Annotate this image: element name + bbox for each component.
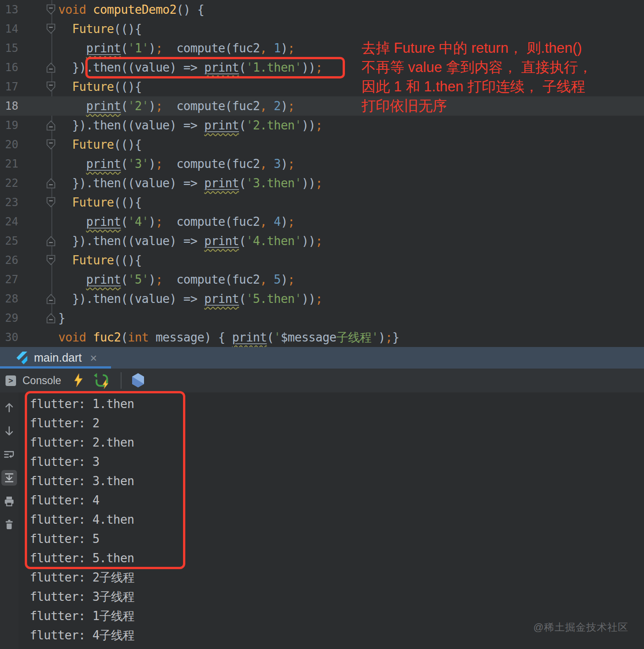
fold-gutter: [18, 96, 58, 116]
tab-console[interactable]: > Console: [6, 375, 61, 387]
tab-label: main.dart: [34, 351, 82, 364]
fold-marker-icon[interactable]: [18, 251, 58, 270]
print-icon[interactable]: [1, 493, 17, 509]
console-line: flutter: 2子线程: [30, 568, 134, 587]
fold-marker-icon[interactable]: [18, 116, 58, 135]
code-line[interactable]: 27 print('5'); compute(fuc2, 5);: [0, 270, 644, 289]
console-line: flutter: 2: [30, 414, 134, 433]
toolbar-divider: [121, 372, 122, 389]
console-icon: >: [6, 375, 16, 386]
fold-marker-icon[interactable]: [18, 135, 58, 154]
close-icon[interactable]: ×: [90, 352, 97, 364]
line-number: 14: [0, 22, 18, 35]
console-tab-label: Console: [22, 375, 61, 387]
line-number: 28: [0, 292, 18, 305]
fold-gutter: [18, 328, 58, 347]
line-number: 15: [0, 42, 18, 55]
run-toolbar: > Console: [0, 369, 644, 392]
editor-code: 13void computeDemo2() {14 Future((){15 p…: [0, 0, 644, 347]
fold-marker-icon[interactable]: [18, 19, 58, 39]
line-number: 21: [0, 157, 18, 170]
line-number: 25: [0, 235, 18, 247]
code-line[interactable]: 24 print('4'); compute(fuc2, 4);: [0, 212, 644, 231]
devtools-icon[interactable]: [131, 373, 145, 388]
ide-window: 13void computeDemo2() {14 Future((){15 p…: [0, 0, 644, 649]
fold-gutter: [18, 154, 58, 173]
code-text: print('2'); compute(fuc2, 2);: [58, 96, 294, 116]
fold-marker-icon[interactable]: [18, 308, 58, 328]
code-line[interactable]: 16 }).then((value) => print('1.then'));: [0, 58, 644, 77]
code-line[interactable]: 14 Future((){: [0, 19, 644, 39]
console-line: flutter: 4子线程: [30, 626, 134, 645]
fold-marker-icon[interactable]: [18, 77, 58, 96]
hot-reload-icon[interactable]: [73, 373, 84, 388]
fold-marker-icon[interactable]: [18, 231, 58, 251]
line-number: 20: [0, 138, 18, 151]
console-line: flutter: 1.then: [30, 394, 134, 414]
console-line: flutter: 4.then: [30, 510, 134, 529]
line-number: 13: [0, 3, 18, 16]
code-line[interactable]: 19 }).then((value) => print('2.then'));: [0, 116, 644, 135]
scroll-to-end-icon[interactable]: [1, 470, 17, 486]
line-number: 29: [0, 312, 18, 324]
soft-wrap-icon[interactable]: [1, 447, 17, 462]
console-line: flutter: 3.then: [30, 471, 134, 491]
line-number: 18: [0, 100, 18, 112]
line-number: 16: [0, 61, 18, 74]
hot-restart-icon[interactable]: [93, 372, 111, 389]
console-line: flutter: 1子线程: [30, 606, 134, 626]
console-line: flutter: 5: [30, 529, 134, 548]
code-text: void computeDemo2() {: [58, 0, 204, 19]
fold-marker-icon[interactable]: [18, 173, 58, 193]
editor-tab-bar: main.dart ×: [0, 347, 644, 369]
code-line[interactable]: 21 print('3'); compute(fuc2, 3);: [0, 154, 644, 173]
code-text: }).then((value) => print('4.then'));: [58, 231, 322, 251]
console-output: flutter: 1.thenflutter: 2flutter: 2.then…: [18, 392, 134, 649]
code-line[interactable]: 26 Future((){: [0, 251, 644, 270]
code-line[interactable]: 25 }).then((value) => print('4.then'));: [0, 231, 644, 251]
code-text: Future((){: [58, 251, 142, 270]
fold-marker-icon[interactable]: [18, 289, 58, 308]
console-toolbar-rail: [0, 392, 18, 649]
scroll-up-icon[interactable]: [1, 400, 17, 415]
code-text: }).then((value) => print('2.then'));: [58, 116, 322, 135]
fold-marker-icon[interactable]: [18, 58, 58, 77]
code-editor[interactable]: 13void computeDemo2() {14 Future((){15 p…: [0, 0, 644, 347]
console-line: flutter: 5.then: [30, 548, 134, 568]
fold-gutter: [18, 39, 58, 58]
code-text: }).then((value) => print('3.then'));: [58, 173, 322, 193]
line-number: 26: [0, 254, 18, 267]
code-line[interactable]: 30void fuc2(int message) { print('$messa…: [0, 328, 644, 347]
code-line[interactable]: 18 print('2'); compute(fuc2, 2);: [0, 96, 644, 116]
code-text: Future((){: [58, 135, 142, 154]
code-text: Future((){: [58, 193, 142, 212]
line-number: 17: [0, 80, 18, 93]
code-line[interactable]: 23 Future((){: [0, 193, 644, 212]
code-text: Future((){: [58, 77, 142, 96]
code-line[interactable]: 15 print('1'); compute(fuc2, 1);: [0, 39, 644, 58]
console-panel: flutter: 1.thenflutter: 2flutter: 2.then…: [0, 392, 644, 649]
scroll-down-icon[interactable]: [1, 423, 17, 439]
fold-marker-icon[interactable]: [18, 193, 58, 212]
code-line[interactable]: 22 }).then((value) => print('3.then'));: [0, 173, 644, 193]
line-number: 23: [0, 196, 18, 209]
line-number: 22: [0, 177, 18, 190]
code-line[interactable]: 13void computeDemo2() {: [0, 0, 644, 19]
code-text: }: [58, 308, 65, 328]
console-line: flutter: 3子线程: [30, 587, 134, 606]
console-line: flutter: 3: [30, 452, 134, 471]
code-line[interactable]: 17 Future((){: [0, 77, 644, 96]
code-line[interactable]: 20 Future((){: [0, 135, 644, 154]
fold-marker-icon[interactable]: [18, 0, 58, 19]
console-line: flutter: 2.then: [30, 433, 134, 452]
clear-console-icon[interactable]: [1, 517, 17, 532]
fold-gutter: [18, 212, 58, 231]
code-text: void fuc2(int message) { print('$message…: [58, 328, 399, 347]
tab-main-dart[interactable]: main.dart ×: [0, 347, 111, 369]
code-text: }).then((value) => print('1.then'));: [58, 58, 322, 77]
code-text: print('5'); compute(fuc2, 5);: [58, 270, 294, 289]
line-number: 30: [0, 331, 18, 344]
code-text: print('1'); compute(fuc2, 1);: [58, 39, 294, 58]
code-line[interactable]: 28 }).then((value) => print('5.then'));: [0, 289, 644, 308]
code-line[interactable]: 29}: [0, 308, 644, 328]
